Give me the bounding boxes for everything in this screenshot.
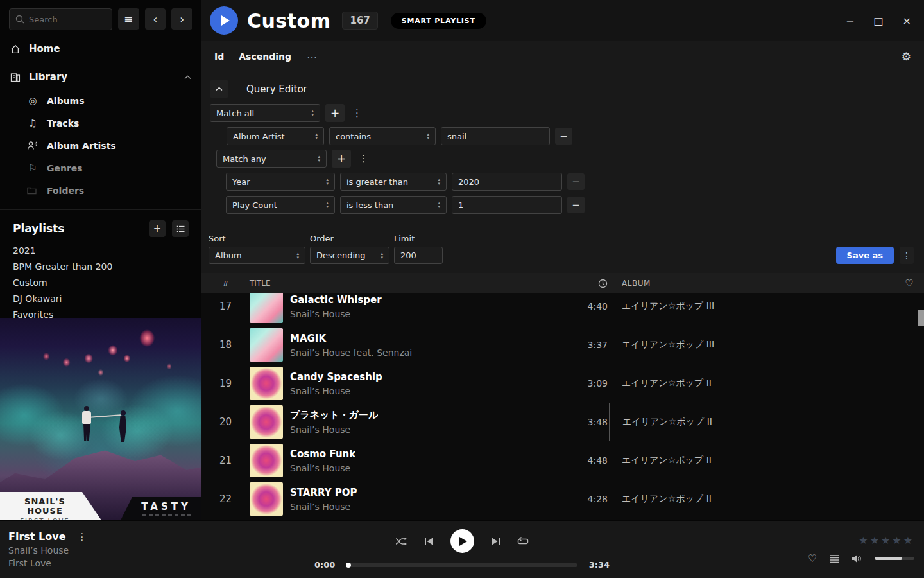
shuffle-button[interactable] (395, 537, 407, 546)
sidebar-item-library[interactable]: Library (0, 67, 201, 87)
limit-input[interactable]: 200 (394, 247, 443, 264)
list-icon (176, 225, 185, 232)
add-rule-button[interactable]: + (332, 150, 351, 168)
minus-icon: − (572, 199, 580, 211)
forward-button[interactable]: › (171, 8, 193, 30)
next-track-button[interactable] (491, 537, 501, 546)
group-menu-button[interactable]: ⋮ (356, 153, 371, 164)
sort-field-button[interactable]: Id (214, 51, 224, 62)
remove-rule-button[interactable]: − (567, 173, 585, 190)
playlist-list-button[interactable] (172, 220, 189, 237)
rule-value-input[interactable]: snail (441, 127, 550, 145)
track-row[interactable]: 20 プラネット・ガール Snail’s House 3:48 エイリアン☆ポッ… (201, 403, 924, 441)
track-row[interactable]: 19 Candy Spaceship Snail’s House 3:09 エイ… (201, 364, 924, 403)
playlist-item[interactable]: 2021 (0, 242, 201, 258)
artwork-figure-right (119, 416, 126, 442)
album-cell[interactable]: エイリアン☆ポップ II (609, 441, 894, 480)
match-any-select[interactable]: Match any ▴▾ (216, 150, 327, 168)
track-row[interactable]: 21 Cosmo Funk Snail’s House 4:48 エイリアン☆ポ… (201, 441, 924, 480)
now-playing-artist: Snail’s House (8, 545, 314, 556)
window-maximize-button[interactable]: □ (873, 15, 883, 27)
album-cell[interactable]: エイリアン☆ポップ II (609, 403, 894, 441)
rule-value-input[interactable]: 1 (452, 196, 562, 214)
seek-handle[interactable] (346, 563, 351, 568)
add-playlist-button[interactable]: + (149, 220, 166, 237)
search-box[interactable] (9, 8, 112, 30)
window-close-button[interactable]: × (903, 15, 911, 27)
remove-rule-button[interactable]: − (555, 128, 572, 144)
rule-operator-select[interactable]: is greater than ▴▾ (340, 173, 447, 191)
save-as-button[interactable]: Save as (836, 247, 894, 264)
column-header-index[interactable]: # (201, 279, 250, 288)
album-cell[interactable]: エイリアン☆ポップ II (609, 480, 894, 518)
previous-track-button[interactable] (424, 537, 434, 546)
track-duration: 3:09 (564, 378, 609, 389)
rule-value-input[interactable]: 2020 (452, 173, 562, 191)
search-input[interactable] (29, 15, 106, 24)
select-value: Year (232, 177, 250, 187)
volume-slider[interactable] (875, 557, 914, 560)
track-row[interactable]: 17 Galactic Whisper Snail’s House 4:40 エ… (201, 293, 924, 326)
select-value: Album Artist (233, 132, 285, 141)
sort-direction-button[interactable]: Ascending (239, 51, 291, 62)
track-row[interactable]: 22 STARRY POP Snail’s House 4:28 エイリアン☆ポ… (201, 480, 924, 518)
column-header-favorite[interactable]: ♡ (894, 277, 924, 289)
sidebar-item-albums[interactable]: ◎ Albums (0, 89, 201, 112)
select-arrows-icon: ▴▾ (310, 132, 318, 140)
menu-button[interactable]: ≡ (118, 8, 139, 30)
toolbar-more-button[interactable]: ⋯ (307, 51, 318, 63)
play-pause-button[interactable] (450, 529, 474, 553)
column-header-title[interactable]: TITLE (250, 279, 564, 288)
rule-field-select[interactable]: Year ▴▾ (226, 173, 335, 191)
sidebar-item-album-artists[interactable]: Album Artists (0, 134, 201, 157)
sidebar-item-home[interactable]: Home (0, 39, 201, 58)
album-cell[interactable]: エイリアン☆ポップ III (609, 326, 894, 364)
track-number: 22 (201, 493, 250, 505)
query-collapse-button[interactable] (210, 80, 228, 98)
settings-gear-icon[interactable]: ⚙ (902, 50, 911, 63)
sidebar-item-folders[interactable]: Folders (0, 179, 201, 202)
back-button[interactable]: ‹ (145, 8, 166, 30)
track-album: エイリアン☆ポップ II (622, 455, 712, 466)
track-number: 19 (201, 378, 250, 389)
rule-operator-select[interactable]: is less than ▴▾ (340, 196, 447, 214)
track-row[interactable]: 18 MAGIK Snail’s House feat. Sennzai 3:3… (201, 326, 924, 364)
add-rule-button[interactable]: + (325, 104, 345, 122)
seek-bar[interactable] (346, 563, 578, 567)
rule-field-select[interactable]: Play Count ▴▾ (226, 196, 335, 214)
order-select[interactable]: Descending ▴▾ (310, 247, 389, 264)
save-menu-button[interactable]: ⋮ (900, 247, 914, 264)
rule-field-select[interactable]: Album Artist ▴▾ (227, 127, 324, 145)
playlist-item[interactable]: BPM Greater than 200 (0, 258, 201, 274)
scrollbar-thumb[interactable] (918, 310, 924, 326)
play-icon (459, 537, 467, 546)
elapsed-time: 0:00 (314, 560, 338, 570)
sidebar-item-genres[interactable]: ⚐ Genres (0, 157, 201, 179)
favorite-button[interactable]: ♡ (808, 552, 817, 565)
now-playing-menu-button[interactable]: ⋮ (75, 531, 90, 543)
album-cell[interactable]: エイリアン☆ポップ III (609, 293, 894, 326)
rule-operator-select[interactable]: contains ▴▾ (329, 127, 436, 145)
album-cell[interactable]: エイリアン☆ポップ II (609, 364, 894, 403)
repeat-button[interactable] (517, 537, 529, 546)
playlist-item[interactable]: DJ Okawari (0, 290, 201, 306)
main-pane: Custom 167 SMART PLAYLIST − □ × Id Ascen… (201, 0, 924, 520)
track-table-header: # TITLE ALBUM ♡ (201, 273, 924, 293)
playlist-item[interactable]: Custom (0, 274, 201, 290)
track-count-badge: 167 (342, 12, 377, 30)
group-menu-button[interactable]: ⋮ (350, 107, 364, 119)
queue-button[interactable] (829, 554, 839, 563)
column-header-duration[interactable] (564, 279, 609, 288)
chevron-up-icon[interactable] (184, 75, 191, 80)
track-duration: 4:28 (564, 494, 609, 504)
play-playlist-button[interactable] (210, 6, 238, 35)
sidebar-item-tracks[interactable]: ♫ Tracks (0, 112, 201, 134)
volume-mute-button[interactable] (851, 554, 862, 563)
window-minimize-button[interactable]: − (846, 15, 854, 27)
volume-fill (875, 557, 902, 560)
remove-rule-button[interactable]: − (567, 197, 585, 213)
column-header-album[interactable]: ALBUM (609, 279, 894, 288)
sort-select[interactable]: Album ▴▾ (209, 247, 305, 264)
rating-stars[interactable]: ★★★★★ (859, 534, 914, 547)
match-all-select[interactable]: Match all ▴▾ (210, 104, 320, 122)
